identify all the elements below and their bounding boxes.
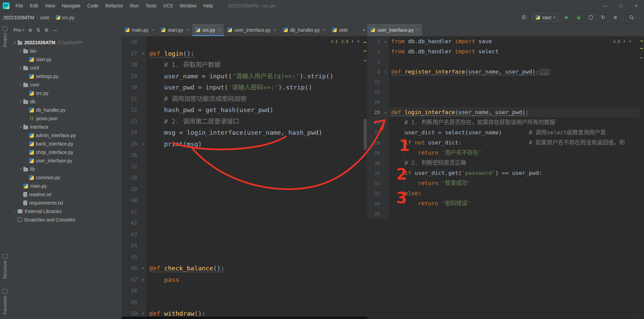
tree-chevron-icon[interactable]: ∨ bbox=[18, 83, 23, 86]
code-line[interactable]: 24 bbox=[367, 97, 639, 107]
menu-vcs[interactable]: VCS bbox=[160, 0, 176, 11]
gutter[interactable]: 45 bbox=[122, 251, 146, 263]
code-line[interactable]: 23 bbox=[367, 87, 639, 97]
previous-problem-button[interactable]: ∧ bbox=[351, 39, 354, 44]
hide-panel-icon[interactable]: — bbox=[53, 27, 57, 33]
gutter[interactable]: 41 bbox=[122, 206, 146, 218]
code-line[interactable]: 26 # 1. 判断用户名是否存在，如果存在获取该用户所有的数据 bbox=[367, 117, 639, 128]
gutter[interactable]: 30 bbox=[122, 82, 146, 93]
gutter[interactable]: 3 bbox=[367, 57, 388, 67]
tree-chevron-icon[interactable]: ∨ bbox=[18, 167, 23, 171]
close-tab-icon[interactable]: × bbox=[274, 28, 276, 32]
gutter[interactable]: 30 bbox=[367, 158, 388, 168]
gutter[interactable]: 46∨ bbox=[122, 263, 146, 274]
code-line[interactable]: 25∨def login_interface(user_name, user_p… bbox=[367, 107, 639, 117]
gutter[interactable]: 29 bbox=[367, 148, 388, 158]
gutter[interactable]: 1∨ bbox=[367, 36, 388, 47]
code-line[interactable]: 28 # 1. 获取用户数据 bbox=[122, 59, 367, 71]
code-line[interactable]: 30 # 2. 判断密码是否正确 bbox=[367, 158, 639, 168]
fold-marker-icon[interactable]: ∨ bbox=[383, 36, 388, 47]
gutter[interactable]: 39 bbox=[122, 184, 146, 195]
close-button[interactable]: × bbox=[628, 0, 644, 11]
breadcrumb-item[interactable]: 20221028ATM bbox=[3, 15, 34, 20]
tree-chevron-icon[interactable]: › bbox=[12, 209, 18, 213]
tree-item-scratches-and-consoles[interactable]: Scratches and Consoles bbox=[10, 215, 121, 224]
run-with-coverage-button[interactable] bbox=[587, 14, 595, 22]
tree-item-lib[interactable]: ∨lib bbox=[10, 165, 121, 173]
gutter[interactable]: 25∨ bbox=[367, 107, 388, 117]
code-line[interactable]: 43 bbox=[122, 229, 367, 240]
close-tab-icon[interactable]: × bbox=[416, 28, 419, 32]
code-line[interactable]: 4›def register_interface(user_name, user… bbox=[367, 67, 639, 77]
code-line[interactable]: 29 user_name = input('请输入用户名(q)>>:').str… bbox=[122, 71, 367, 82]
run-configuration-select[interactable]: start ▾ bbox=[532, 13, 558, 22]
gutter[interactable]: 47∧ bbox=[122, 274, 146, 286]
tree-item-db[interactable]: ∨db bbox=[10, 97, 121, 106]
editor-user-interface-py[interactable]: 1∨from db.db_handler import save2from db… bbox=[367, 36, 639, 319]
close-tab-icon[interactable]: × bbox=[218, 28, 220, 32]
code-line[interactable]: 32 return '登录成功' bbox=[367, 178, 639, 188]
code-line[interactable]: 3 bbox=[367, 57, 639, 67]
gutter[interactable]: 40 bbox=[122, 195, 146, 206]
tree-item-20221028atm[interactable]: ∨20221028ATMD:\pythonPr bbox=[10, 38, 121, 47]
code-line[interactable]: 2from db.db_handler import select bbox=[367, 47, 639, 57]
code-line[interactable]: 33 # 2. 调用第二层登录接口 bbox=[122, 116, 367, 127]
tree-item-bin[interactable]: ∨bin bbox=[10, 47, 121, 55]
code-line[interactable]: 22 bbox=[367, 77, 639, 87]
tree-item-common-py[interactable]: common.py bbox=[10, 173, 121, 182]
code-line[interactable]: 48 bbox=[122, 285, 367, 297]
code-line[interactable]: 44 bbox=[122, 240, 367, 251]
tree-chevron-icon[interactable]: ∨ bbox=[12, 41, 18, 44]
gutter[interactable]: 27 bbox=[367, 128, 388, 138]
gutter[interactable]: 31 bbox=[367, 168, 388, 178]
breadcrumb-item[interactable]: src.py bbox=[62, 15, 74, 20]
tree-chevron-icon[interactable]: ∨ bbox=[18, 125, 23, 129]
tab-src-py[interactable]: src.py× bbox=[192, 24, 224, 36]
tree-chevron-icon[interactable]: ∨ bbox=[18, 66, 23, 70]
project-view-select[interactable]: Pro ▾ bbox=[14, 27, 24, 33]
close-tab-icon[interactable]: × bbox=[186, 28, 189, 32]
tab-db_handler-py[interactable]: db_handler.py× bbox=[280, 24, 329, 36]
tree-item-src-py[interactable]: src.py bbox=[10, 89, 121, 97]
gutter[interactable]: 34 bbox=[367, 198, 388, 209]
gutter[interactable]: 33 bbox=[122, 116, 146, 127]
code-line[interactable]: 34 return '密码错误' bbox=[367, 198, 639, 209]
tree-item-user_interface-py[interactable]: user_interface.py bbox=[10, 156, 121, 165]
inspection-warning[interactable]: ⚠1 bbox=[330, 39, 338, 44]
menu-view[interactable]: View bbox=[42, 0, 58, 11]
tree-item-bank_interface-py[interactable]: bank_interface.py bbox=[10, 139, 121, 148]
fold-marker-icon[interactable]: ∨ bbox=[140, 48, 146, 59]
tree-item-db_handler-py[interactable]: db_handler.py bbox=[10, 106, 121, 114]
previous-problem-button[interactable]: ∧ bbox=[623, 39, 626, 44]
menu-tools[interactable]: Tools bbox=[142, 0, 160, 11]
code-line[interactable]: 41 bbox=[122, 206, 367, 218]
gutter[interactable]: 23 bbox=[367, 87, 388, 97]
menu-edit[interactable]: Edit bbox=[27, 0, 42, 11]
tree-item-core[interactable]: ∨core bbox=[10, 80, 121, 89]
editor-src-py[interactable]: 2627∨def login():28 # 1. 获取用户数据29 user_n… bbox=[122, 36, 367, 319]
tree-chevron-icon[interactable]: ∨ bbox=[18, 49, 23, 53]
tab-main-py[interactable]: main.py× bbox=[122, 24, 158, 36]
fold-marker-icon[interactable]: ∧ bbox=[140, 274, 146, 286]
gutter[interactable]: 24 bbox=[367, 97, 388, 107]
code-line[interactable]: 49 bbox=[122, 297, 367, 308]
fold-marker-icon[interactable]: ∨ bbox=[383, 107, 388, 117]
tree-item-readme-txt[interactable]: readme.txt bbox=[10, 190, 121, 198]
tool-window-structure-button[interactable]: Structure bbox=[3, 251, 7, 282]
horizontal-scrollbar[interactable] bbox=[122, 317, 367, 319]
gutter[interactable]: 38 bbox=[122, 172, 146, 184]
code-line[interactable]: 33 else: bbox=[367, 188, 639, 198]
locate-file-icon[interactable]: ⊕ bbox=[28, 27, 32, 33]
stop-button[interactable] bbox=[611, 14, 619, 22]
gutter[interactable]: 32 bbox=[367, 178, 388, 188]
gutter[interactable]: 28 bbox=[367, 138, 388, 148]
menu-window[interactable]: Window bbox=[176, 0, 200, 11]
code-line[interactable]: 36 bbox=[122, 150, 367, 161]
code-line[interactable]: 35 bbox=[367, 209, 639, 219]
code-line[interactable]: 45 bbox=[122, 251, 367, 263]
inspection-warning[interactable]: ⚠3 bbox=[341, 39, 348, 44]
gutter[interactable]: 26 bbox=[367, 117, 388, 128]
code-line[interactable]: 1∨from db.db_handler import save bbox=[367, 36, 639, 47]
gutter[interactable]: 49 bbox=[122, 297, 146, 308]
gutter[interactable]: 26 bbox=[122, 36, 146, 48]
